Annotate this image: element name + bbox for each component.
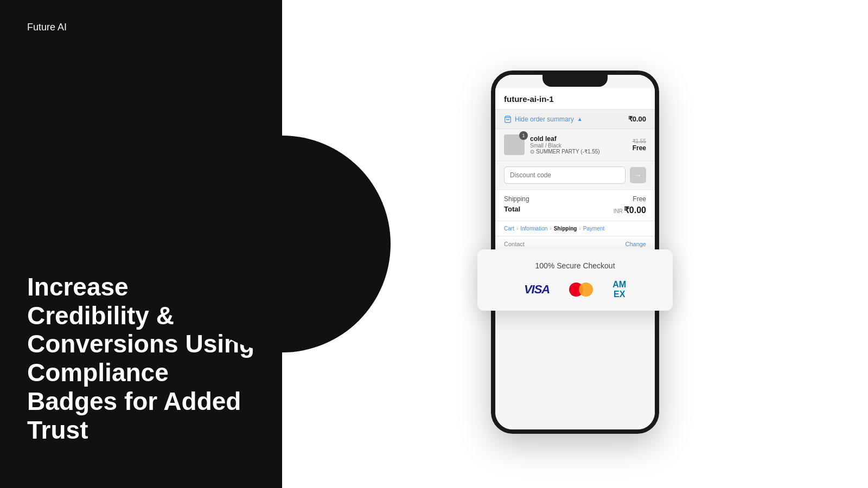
total-row: Total INR₹0.00 [504,205,646,215]
discount-input[interactable] [504,166,626,184]
mastercard-logo [569,282,593,297]
contact-change-link[interactable]: Change [625,241,646,247]
shipping-value: Free [633,195,646,203]
total-value: INR₹0.00 [614,205,646,215]
shipping-label: Shipping [504,195,529,203]
chevron-up-icon: ▲ [577,116,583,122]
tag-icon: ⊙ [530,149,534,155]
discount-apply-button[interactable]: → [630,167,646,183]
left-panel: Future AI Increase Credibility & Convers… [0,0,282,488]
breadcrumb-sep-2: › [550,226,551,232]
store-name: future-ai-in-1 [504,94,646,104]
discount-row: → [495,161,655,190]
total-label: Total [504,205,520,215]
order-summary-label: Hide order summary [515,115,574,123]
order-summary-left: Hide order summary ▲ [504,115,583,123]
secure-checkout-card: 100% Secure Checkout VISA AMEX [477,249,673,311]
item-image-wrap: 1 [504,134,525,155]
item-name: cold leaf [530,135,627,143]
breadcrumb-shipping[interactable]: Shipping [554,226,577,232]
item-price-col: ₹1.55 Free [633,138,646,152]
order-total: ₹0.00 [628,115,646,123]
item-details: cold leaf Small / Black ⊙ SUMMER PARTY (… [530,135,627,155]
phone-notch [542,75,608,87]
payment-logos: VISA AMEX [493,280,658,299]
item-variant: Small / Black [530,143,627,149]
breadcrumb-payment[interactable]: Payment [583,226,604,232]
item-original-price: ₹1.55 [633,138,646,144]
breadcrumb-cart[interactable]: Cart [504,226,514,232]
contact-header: Contact Change [504,241,646,247]
breadcrumb-sep-3: › [579,226,580,232]
total-currency: INR [614,208,623,214]
breadcrumb-nav: Cart › Information › Shipping › Payment [495,221,655,236]
checkout-totals: Shipping Free Total INR₹0.00 [495,190,655,221]
mc-circle-right [579,282,593,297]
order-item: 1 cold leaf Small / Black ⊙ SUMMER PARTY… [495,129,655,161]
checkout-header: future-ai-in-1 [495,88,655,110]
headline: Increase Credibility & Conversions Using… [27,273,255,445]
item-final-price: Free [633,144,646,152]
visa-logo: VISA [524,282,550,297]
contact-label: Contact [504,241,525,247]
secure-checkout-title: 100% Secure Checkout [493,261,658,270]
shipping-row: Shipping Free [504,195,646,203]
cart-icon [504,115,512,123]
logo: Future AI [27,22,255,33]
order-summary-toggle[interactable]: Hide order summary ▲ ₹0.00 [495,110,655,129]
breadcrumb-information[interactable]: Information [520,226,547,232]
total-amount: ₹0.00 [624,206,646,215]
amex-logo: AMEX [612,280,626,299]
breadcrumb-sep-1: › [516,226,518,232]
item-promo: ⊙ SUMMER PARTY (-₹1.55) [530,149,627,155]
promo-text: SUMMER PARTY (-₹1.55) [536,149,600,155]
item-badge: 1 [519,131,528,140]
